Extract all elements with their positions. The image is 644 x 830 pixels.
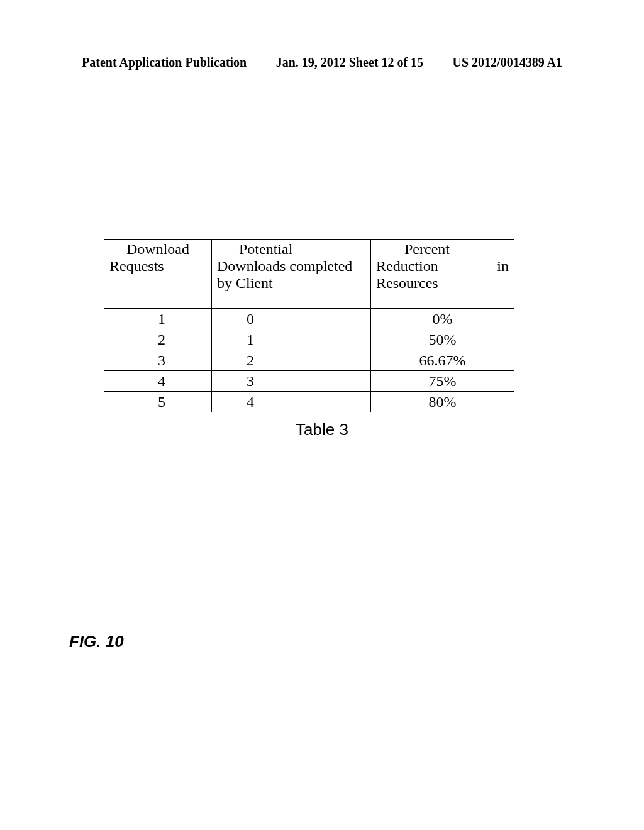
column-header-completed: Potential Downloads completed by Client (212, 240, 371, 309)
header-publication-type: Patent Application Publication (82, 55, 247, 70)
cell-requests: 3 (104, 350, 212, 371)
column-header-requests: Download Requests (104, 240, 212, 309)
figure-label: FIG. 10 (69, 632, 124, 651)
header-date-sheet: Jan. 19, 2012 Sheet 12 of 15 (276, 55, 423, 70)
table-row: 4 3 75% (104, 371, 514, 392)
table-row: 5 4 80% (104, 392, 514, 412)
cell-completed: 4 (212, 392, 371, 412)
table-row: 1 0 0% (104, 309, 514, 329)
header-publication-number: US 2012/0014389 A1 (453, 55, 562, 70)
cell-reduction: 50% (371, 329, 514, 350)
cell-requests: 1 (104, 309, 212, 329)
table-caption: Table 3 (0, 420, 644, 440)
reduction-table: Download Requests Potential Downloads co… (104, 239, 514, 412)
table-row: 2 1 50% (104, 329, 514, 350)
cell-completed: 2 (212, 350, 371, 371)
cell-reduction: 66.67% (371, 350, 514, 371)
page-header: Patent Application Publication Jan. 19, … (82, 55, 562, 70)
table-header-row: Download Requests Potential Downloads co… (104, 240, 514, 309)
cell-completed: 3 (212, 371, 371, 392)
cell-completed: 1 (212, 329, 371, 350)
table-row: 3 2 66.67% (104, 350, 514, 371)
cell-requests: 5 (104, 392, 212, 412)
cell-reduction: 75% (371, 371, 514, 392)
cell-reduction: 0% (371, 309, 514, 329)
column-header-reduction: Percent Reduction in Resources (371, 240, 514, 309)
cell-completed: 0 (212, 309, 371, 329)
cell-reduction: 80% (371, 392, 514, 412)
cell-requests: 2 (104, 329, 212, 350)
cell-requests: 4 (104, 371, 212, 392)
